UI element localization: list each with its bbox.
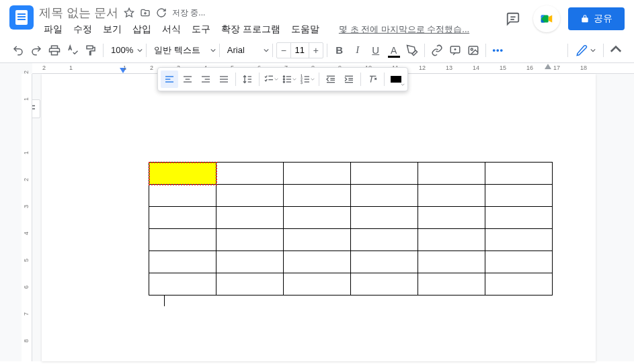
table-cell[interactable]	[485, 185, 553, 207]
menu-tools[interactable]: 도구	[187, 22, 215, 37]
table-cell[interactable]	[418, 185, 485, 207]
table-cell[interactable]	[418, 229, 485, 251]
paint-format-button[interactable]	[82, 42, 100, 59]
table-cell[interactable]	[284, 251, 351, 273]
bullet-list-button[interactable]	[280, 71, 298, 88]
table-cell[interactable]	[485, 251, 553, 273]
saving-status: 저장 중...	[172, 7, 205, 19]
clear-format-button[interactable]	[364, 71, 381, 88]
table-cell[interactable]	[216, 163, 284, 185]
table-cell[interactable]	[216, 251, 284, 273]
table-cell[interactable]	[149, 273, 216, 295]
style-dropdown[interactable]: 일반 텍스트	[150, 44, 216, 56]
comment-button[interactable]	[446, 42, 464, 59]
table-cell[interactable]	[418, 273, 485, 295]
italic-button[interactable]: I	[349, 42, 366, 59]
indent-button[interactable]	[340, 71, 358, 88]
more-button[interactable]: •••	[489, 42, 507, 59]
menu-extensions[interactable]: 확장 프로그램	[216, 22, 285, 37]
table-cell[interactable]	[351, 185, 418, 207]
menu-help[interactable]: 도움말	[286, 22, 324, 37]
share-label: 공유	[594, 13, 612, 25]
meet-icon[interactable]	[533, 5, 560, 32]
table-cell[interactable]	[418, 207, 485, 229]
vertical-ruler[interactable]: 2112345678	[22, 74, 32, 361]
align-justify-button[interactable]	[215, 71, 233, 88]
floating-toolbar: 123	[157, 67, 408, 91]
table-cell[interactable]	[485, 163, 553, 185]
comments-icon[interactable]	[501, 7, 525, 31]
align-right-button[interactable]	[197, 71, 214, 88]
table-cell[interactable]	[284, 185, 351, 207]
table-cell[interactable]	[216, 185, 284, 207]
menu-format[interactable]: 서식	[157, 22, 186, 37]
print-button[interactable]	[46, 42, 63, 59]
align-center-button[interactable]	[179, 71, 196, 88]
table-cell[interactable]	[216, 273, 284, 295]
table-cell[interactable]	[351, 273, 418, 295]
font-size-increase[interactable]: +	[309, 45, 323, 56]
menu-insert[interactable]: 삽입	[128, 22, 156, 37]
table-cell[interactable]	[351, 163, 418, 185]
font-size-value[interactable]: 11	[290, 43, 309, 58]
table-cell[interactable]	[351, 229, 418, 251]
undo-button[interactable]	[9, 42, 27, 59]
bold-button[interactable]: B	[331, 42, 348, 59]
document-table[interactable]	[149, 162, 553, 295]
underline-button[interactable]: U	[367, 42, 385, 59]
expand-button[interactable]	[607, 42, 625, 59]
numbered-list-button[interactable]: 123	[299, 71, 316, 88]
menu-view[interactable]: 보기	[98, 22, 126, 37]
svg-marker-4	[549, 15, 553, 23]
border-button[interactable]	[387, 71, 405, 88]
doc-title[interactable]: 제목 없는 문서	[39, 5, 118, 21]
text-color-button[interactable]: A	[385, 42, 403, 59]
table-cell[interactable]	[418, 163, 485, 185]
font-size-decrease[interactable]: −	[277, 45, 290, 56]
image-button[interactable]	[465, 42, 482, 59]
spellcheck-button[interactable]	[64, 42, 81, 59]
menu-bar: 파일 수정 보기 삽입 서식 도구 확장 프로그램 도움말 몇 초 전에 마지막…	[39, 21, 501, 38]
table-cell[interactable]	[418, 251, 485, 273]
table-cell[interactable]	[284, 163, 351, 185]
menu-edit[interactable]: 수정	[69, 22, 97, 37]
highlight-button[interactable]	[403, 42, 421, 59]
last-edit-link[interactable]: 몇 초 전에 마지막으로 수정했습...	[339, 24, 469, 36]
move-folder-icon[interactable]	[140, 7, 151, 18]
link-button[interactable]	[428, 42, 446, 59]
mode-dropdown[interactable]	[571, 43, 600, 58]
svg-rect-9	[87, 46, 93, 49]
share-button[interactable]: 공유	[568, 7, 625, 30]
table-cell[interactable]	[216, 229, 284, 251]
star-icon[interactable]	[124, 7, 134, 18]
align-left-button[interactable]	[161, 71, 178, 88]
table-cell[interactable]	[149, 229, 216, 251]
table-cell[interactable]	[149, 163, 216, 185]
outdent-button[interactable]	[322, 71, 340, 88]
lock-icon	[580, 14, 590, 24]
redo-button[interactable]	[28, 42, 45, 59]
docs-logo[interactable]	[9, 5, 34, 30]
document-page[interactable]	[42, 74, 596, 361]
zoom-dropdown[interactable]: 100%	[107, 45, 143, 55]
table-cell[interactable]	[485, 207, 553, 229]
table-cell[interactable]	[485, 229, 553, 251]
line-spacing-button[interactable]	[239, 71, 256, 88]
table-cell[interactable]	[284, 273, 351, 295]
cloud-sync-icon[interactable]	[156, 7, 167, 18]
checklist-button[interactable]	[262, 71, 280, 88]
table-cell[interactable]	[284, 207, 351, 229]
font-size-control[interactable]: − 11 +	[276, 42, 323, 58]
indent-marker-right[interactable]	[545, 63, 551, 69]
table-cell[interactable]	[216, 207, 284, 229]
table-cell[interactable]	[351, 251, 418, 273]
menu-file[interactable]: 파일	[39, 22, 67, 37]
table-cell[interactable]	[284, 229, 351, 251]
table-cell[interactable]	[485, 273, 553, 295]
table-cell[interactable]	[149, 185, 216, 207]
table-cell[interactable]	[149, 207, 216, 229]
svg-text:3: 3	[301, 81, 303, 85]
table-cell[interactable]	[149, 251, 216, 273]
table-cell[interactable]	[351, 207, 418, 229]
font-dropdown[interactable]: Arial	[223, 45, 269, 55]
